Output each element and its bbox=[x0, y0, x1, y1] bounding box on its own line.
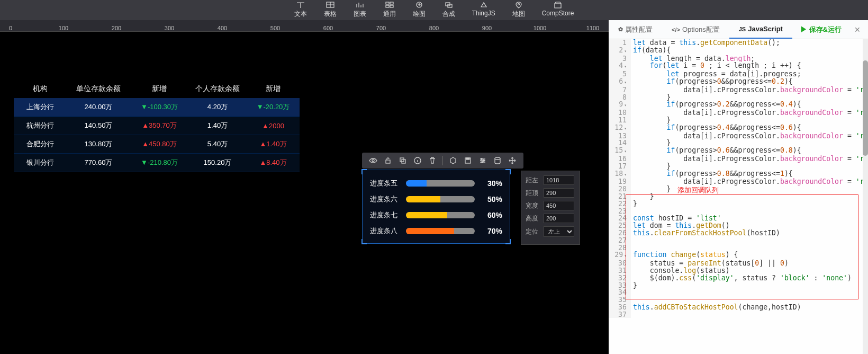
code-line[interactable]: 9 if(progress>0.2&&progress<=0.4){ bbox=[609, 101, 868, 109]
label-width: 宽度 bbox=[526, 201, 540, 210]
col-header: 机构 bbox=[14, 84, 67, 94]
code-line[interactable]: 7 data[i].cProgressColor.backgroundColor… bbox=[609, 86, 868, 94]
code-line[interactable]: 24const hostID = 'list' bbox=[609, 215, 868, 222]
table-row[interactable]: 上海分行240.00万▼-100.30万4.20万▼-20.20万 bbox=[14, 98, 300, 117]
col-header: 个人存款余额 bbox=[188, 84, 247, 94]
move-icon[interactable] bbox=[508, 156, 517, 165]
code-line[interactable]: 17 } bbox=[609, 163, 868, 170]
svg-rect-9 bbox=[555, 4, 561, 8]
code-line[interactable]: 18 if(progress>0.8&&progress<=1){ bbox=[609, 170, 868, 179]
position-panel: 距左 距顶 宽度 高度 定位左上 bbox=[521, 171, 580, 245]
tool-text[interactable]: 文本 bbox=[294, 1, 307, 19]
code-line[interactable]: 25let dom = this.getDom() bbox=[609, 222, 868, 229]
save-icon[interactable] bbox=[463, 156, 473, 165]
code-line[interactable]: 5 let progress = data[i].progress; bbox=[609, 70, 868, 78]
tool-compose[interactable]: 合成 bbox=[442, 1, 455, 19]
tool-label: 文本 bbox=[294, 10, 307, 19]
code-line[interactable]: 15 if(progress>0.6&&progress<=0.8){ bbox=[609, 147, 868, 155]
input-top[interactable] bbox=[544, 188, 574, 198]
cell: 140.50万 bbox=[67, 121, 130, 130]
tool-draw[interactable]: 绘图 bbox=[413, 1, 426, 19]
chart-icon bbox=[355, 1, 365, 8]
right-tabs: ✿属性配置 </>Options配置 JSJavaScript ▶ 保存&运行 … bbox=[609, 20, 868, 39]
code-line[interactable]: 20 } bbox=[609, 185, 868, 193]
table-row[interactable]: 杭州分行140.50万▲350.70万1.40万▲2000 bbox=[14, 117, 300, 135]
code-line[interactable]: 19 data[i].cProgressColor.backgroundColo… bbox=[609, 178, 868, 185]
tab-options[interactable]: </>Options配置 bbox=[662, 20, 729, 39]
label-height: 高度 bbox=[526, 214, 540, 223]
eye-icon[interactable] bbox=[368, 156, 378, 165]
db-icon[interactable] bbox=[493, 156, 502, 165]
code-line[interactable]: 23 bbox=[609, 208, 868, 215]
svg-point-18 bbox=[483, 160, 485, 162]
code-editor[interactable]: 添加回调队列 1let data = this.getComponentData… bbox=[609, 39, 868, 354]
tool-table[interactable]: 表格 bbox=[324, 1, 337, 19]
tab-attr[interactable]: ✿属性配置 bbox=[609, 20, 662, 39]
code-line[interactable]: 31 console.log(status) bbox=[609, 267, 868, 275]
code-line[interactable]: 33} bbox=[609, 282, 868, 289]
label-top: 距顶 bbox=[526, 189, 540, 198]
select-anchor[interactable]: 左上 bbox=[544, 226, 574, 237]
progress-panel[interactable]: 进度条五30%进度条六50%进度条七60%进度条八70% bbox=[362, 170, 510, 244]
code-line[interactable]: 11 } bbox=[609, 117, 868, 124]
table-row[interactable]: 合肥分行130.80万▲450.80万5.40万▲1.40万 bbox=[14, 135, 300, 154]
code-line[interactable]: 8 } bbox=[609, 94, 868, 101]
grid-icon bbox=[385, 1, 394, 8]
code-line[interactable]: 28 bbox=[609, 244, 868, 252]
tool-grid[interactable]: 通用 bbox=[383, 1, 396, 19]
clone-icon[interactable] bbox=[398, 156, 408, 165]
code-line[interactable]: 3 let length = data.length; bbox=[609, 55, 868, 63]
code-line[interactable]: 36this.addCBToStackHostPool(change,hostI… bbox=[609, 304, 868, 311]
canvas[interactable]: 机构单位存款余额新增个人存款余额新增 上海分行240.00万▼-100.30万4… bbox=[0, 32, 609, 354]
store-icon bbox=[553, 1, 563, 8]
tool-chart[interactable]: 图表 bbox=[354, 1, 366, 19]
deposit-table: 机构单位存款余额新增个人存款余额新增 上海分行240.00万▼-100.30万4… bbox=[14, 79, 300, 172]
text-icon bbox=[296, 1, 305, 8]
input-left[interactable] bbox=[544, 175, 574, 185]
cell: ▲8.40万 bbox=[247, 158, 300, 167]
scrollbar-thumb[interactable] bbox=[863, 60, 868, 156]
cell: 杭州分行 bbox=[14, 121, 67, 130]
code-line[interactable]: 10 data[i].cProgressColor.backgroundColo… bbox=[609, 109, 868, 117]
code-line[interactable]: 30 status = parseInt(status[0] || 0) bbox=[609, 260, 868, 267]
code-line[interactable]: 29function change(status) { bbox=[609, 251, 868, 260]
label-left: 距左 bbox=[526, 176, 540, 185]
code-line[interactable]: 27 bbox=[609, 237, 868, 244]
code-line[interactable]: 13 data[i].cProgressColor.backgroundColo… bbox=[609, 132, 868, 140]
code-line[interactable]: 2if(data){ bbox=[609, 47, 868, 55]
input-width[interactable] bbox=[544, 201, 574, 210]
code-line[interactable]: 14 } bbox=[609, 139, 868, 147]
code-line[interactable]: 35 bbox=[609, 296, 868, 304]
tab-javascript[interactable]: JSJavaScript bbox=[729, 20, 792, 39]
hex-icon[interactable] bbox=[448, 156, 458, 165]
code-line[interactable]: 21 } bbox=[609, 193, 868, 200]
code-line[interactable]: 12 if(progress>0.4&&progress<=0.6){ bbox=[609, 124, 868, 132]
js-icon: JS bbox=[739, 26, 746, 32]
svg-rect-3 bbox=[386, 5, 389, 7]
svg-point-8 bbox=[518, 4, 519, 5]
unlock-icon[interactable] bbox=[383, 156, 393, 165]
code-line[interactable]: 16 data[i].cProgressColor.backgroundColo… bbox=[609, 155, 868, 163]
scrollbar-track[interactable] bbox=[863, 39, 868, 354]
info-icon[interactable] bbox=[413, 156, 422, 165]
code-line[interactable]: 26this.clearFromStackHostPool(hostID) bbox=[609, 229, 868, 237]
label-anchor: 定位 bbox=[526, 227, 540, 236]
code-line[interactable]: 1let data = this.getComponentData(); bbox=[609, 39, 868, 47]
tool-thingjs[interactable]: ThingJS bbox=[472, 1, 495, 17]
trash-icon[interactable] bbox=[428, 156, 437, 165]
tool-map[interactable]: 地图 bbox=[512, 1, 525, 19]
code-line[interactable]: 22} bbox=[609, 200, 868, 208]
progress-label: 进度条八 bbox=[370, 226, 400, 236]
code-line[interactable]: 37 bbox=[609, 311, 868, 318]
close-panel-button[interactable]: ✕ bbox=[847, 25, 868, 34]
save-run-button[interactable]: ▶ 保存&运行 bbox=[800, 25, 847, 34]
input-height[interactable] bbox=[544, 214, 574, 223]
table-row[interactable]: 银川分行770.60万▼-210.80万150.20万▲8.40万 bbox=[14, 154, 300, 172]
code-line[interactable]: 32 $(dom).css('display', status ? 'block… bbox=[609, 275, 868, 282]
sliders-icon[interactable] bbox=[478, 156, 487, 165]
code-line[interactable]: 34 bbox=[609, 289, 868, 296]
code-line[interactable]: 4 for(let i = 0 ; i < length ; i ++) { bbox=[609, 62, 868, 70]
tool-store[interactable]: CompStore bbox=[542, 1, 574, 17]
tool-label: 通用 bbox=[383, 10, 396, 19]
code-line[interactable]: 6 if(progress>0&&progress<=0.2){ bbox=[609, 78, 868, 86]
